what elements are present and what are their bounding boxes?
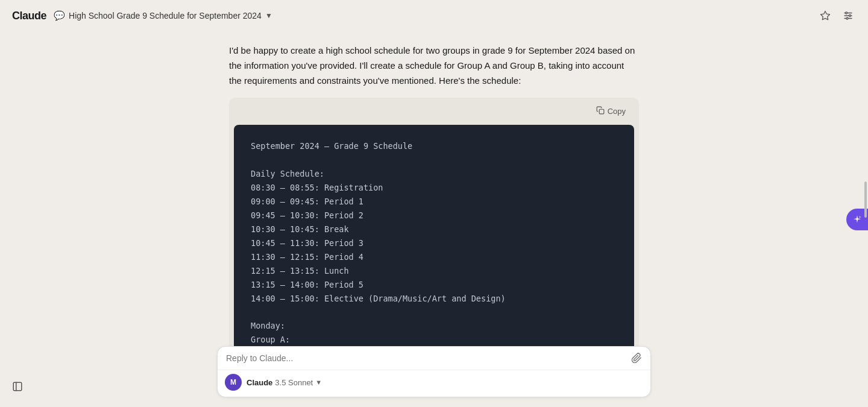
copy-label: Copy: [608, 107, 626, 116]
scroll-indicator: [864, 181, 867, 218]
input-area: M Claude 3.5 Sonnet ▼: [0, 346, 868, 407]
svg-point-4: [846, 12, 848, 14]
input-box: M Claude 3.5 Sonnet ▼: [217, 346, 651, 397]
reply-input[interactable]: [226, 353, 631, 363]
model-chevron-icon: ▼: [315, 379, 322, 386]
favorite-button[interactable]: [817, 8, 833, 24]
copy-button[interactable]: Copy: [591, 104, 631, 119]
chevron-down-icon: ▼: [265, 11, 272, 20]
conversation-title-text: High School Grade 9 Schedule for Septemb…: [69, 11, 262, 21]
input-box-bottom: M Claude 3.5 Sonnet ▼: [218, 370, 650, 397]
code-block-header: Copy: [229, 98, 639, 125]
user-avatar: M: [225, 374, 242, 391]
input-box-top: [218, 347, 650, 370]
conversation-title[interactable]: 💬 High School Grade 9 Schedule for Septe…: [54, 10, 272, 21]
assistant-message: I'd be happy to create a high school sch…: [229, 43, 639, 346]
main-content: I'd be happy to create a high school sch…: [0, 31, 868, 407]
code-content: September 2024 – Grade 9 Schedule Daily …: [251, 139, 617, 346]
logo: Claude: [12, 10, 46, 22]
header-right: [817, 8, 856, 24]
chat-area[interactable]: I'd be happy to create a high school sch…: [0, 31, 868, 346]
message-container: I'd be happy to create a high school sch…: [217, 43, 651, 346]
model-brand: Claude: [247, 378, 272, 387]
sidebar-toggle-button[interactable]: [12, 381, 23, 395]
model-version: 3.5 Sonnet: [275, 378, 313, 387]
code-terminal: September 2024 – Grade 9 Schedule Daily …: [234, 125, 634, 346]
svg-point-5: [849, 15, 851, 17]
header: Claude 💬 High School Grade 9 Schedule fo…: [0, 0, 868, 31]
code-block-wrapper: Copy September 2024 – Grade 9 Schedule D…: [229, 98, 639, 346]
copy-icon: [596, 106, 605, 116]
header-left: Claude 💬 High School Grade 9 Schedule fo…: [12, 10, 272, 22]
assistant-message-text: I'd be happy to create a high school sch…: [229, 43, 639, 88]
chat-icon: 💬: [54, 10, 65, 21]
model-selector[interactable]: Claude 3.5 Sonnet ▼: [247, 378, 322, 387]
svg-rect-7: [599, 110, 604, 115]
settings-button[interactable]: [840, 8, 856, 24]
svg-point-6: [846, 17, 848, 19]
svg-marker-0: [821, 11, 830, 20]
svg-rect-8: [13, 382, 22, 391]
attach-button[interactable]: [631, 353, 642, 364]
